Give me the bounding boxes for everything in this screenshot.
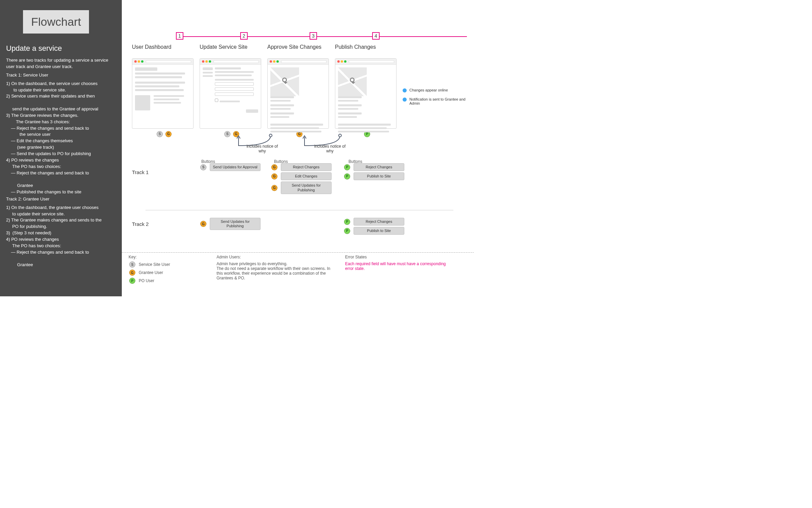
min-dot-icon — [138, 60, 140, 63]
min-dot-icon — [205, 60, 208, 63]
step-timeline: 1 2 3 4 — [142, 32, 474, 40]
track-divider — [145, 210, 453, 210]
key-title: Key: — [129, 255, 203, 259]
browser-mock-2 — [200, 58, 261, 129]
footer: Key: S Service Site User G Grantee User … — [129, 255, 467, 286]
send-updates-publishing-button[interactable]: Send Updates for Publishing — [210, 218, 261, 230]
key-label-s: Service Site User — [139, 262, 170, 267]
role-p-icon: P — [129, 278, 135, 284]
error-text: Each required field will have must have … — [345, 261, 447, 271]
step-4: 4 — [372, 32, 380, 40]
page-heading: Update a service — [6, 43, 116, 54]
legend-text-2: Notification is sent to Grantee and Admi… — [409, 97, 467, 105]
admin-text: Admin have privileges to do everything. … — [217, 261, 332, 280]
reject-changes-button[interactable]: Reject Changes — [354, 218, 404, 226]
legend-dot-icon — [403, 88, 407, 92]
role-p-icon: P — [344, 228, 350, 234]
map-thumbnail — [338, 67, 367, 96]
col-2: Update Service Site — [200, 44, 264, 137]
close-dot-icon — [134, 60, 137, 63]
publish-to-site-button[interactable]: Publish to Site — [354, 172, 404, 180]
roles-col-2: S G — [200, 131, 264, 137]
browser-mock-1 — [132, 58, 194, 129]
address-bar — [146, 60, 191, 63]
track2-row-label: Track 2 — [132, 221, 149, 227]
address-bar — [349, 60, 394, 63]
role-g-icon: G — [271, 164, 277, 170]
track-2-area: Track 2 G Send Updates for Publishing P … — [132, 215, 467, 256]
step-1: 1 — [176, 32, 183, 40]
role-p-icon: P — [344, 219, 350, 225]
key-label-p: PO User — [139, 278, 154, 283]
track2-steps: 1) On the dashboard, the grantee user ch… — [6, 205, 116, 268]
mini-legend: Changes appear online Notification is se… — [403, 88, 467, 110]
close-dot-icon — [202, 60, 204, 63]
buttons-area: Buttons Buttons Buttons Track 1 S Send U… — [132, 159, 467, 200]
reject-changes-button[interactable]: Reject Changes — [354, 163, 404, 171]
step-2: 2 — [240, 32, 248, 40]
col-3-title: Approve Site Changes — [267, 44, 332, 52]
browser-chrome — [335, 59, 396, 65]
legend-dot-icon — [403, 98, 407, 102]
role-s-icon: S — [224, 131, 230, 137]
map-thumbnail — [270, 67, 299, 96]
sidebar: Flowchart Update a service There are two… — [0, 0, 122, 296]
col-1-title: User Dashboard — [132, 44, 196, 52]
map-pin-icon — [282, 78, 287, 82]
track1-steps: 1) On the dashboard, the service user ch… — [6, 81, 116, 195]
browser-columns: User Dashboard — [132, 44, 399, 137]
key-label-g: Grantee User — [139, 270, 163, 275]
edit-changes-button[interactable]: Edit Changes — [281, 172, 332, 180]
track1-label: Track 1: Service User — [6, 72, 116, 79]
min-dot-icon — [273, 60, 275, 63]
role-g-icon: G — [165, 131, 172, 137]
legend-text-1: Changes appear online — [409, 88, 448, 92]
role-s-icon: S — [157, 131, 163, 137]
role-g-icon: G — [129, 270, 135, 276]
col-4-title: Publish Changes — [335, 44, 399, 52]
track-1-row: Track 1 S Send Updates for Approval G Re… — [132, 159, 467, 200]
main-canvas: 1 2 3 4 User Dashboard — [122, 0, 474, 296]
close-dot-icon — [270, 60, 272, 63]
address-bar — [213, 60, 259, 63]
t1-c4-item: P Reject Changes — [343, 163, 404, 171]
admin-section: Admin Users: Admin have privileges to do… — [217, 255, 332, 286]
browser-mock-3 — [267, 58, 329, 129]
roles-col-1: S G — [132, 131, 196, 137]
role-g-icon: G — [271, 185, 277, 191]
reject-changes-button[interactable]: Reject Changes — [281, 163, 332, 171]
t2-c2-item: G Send Updates for Publishing — [200, 218, 261, 230]
role-g-icon: G — [200, 221, 206, 227]
track2-label: Track 2: Grantee User — [6, 196, 116, 203]
send-updates-approval-button[interactable]: Send Updates for Approval — [210, 163, 261, 171]
t1-c4-item: P Publish to Site — [343, 172, 404, 180]
address-bar — [281, 60, 326, 63]
role-g-icon: G — [271, 173, 277, 179]
publish-to-site-button[interactable]: Publish to Site — [354, 227, 404, 235]
track1-row-label: Track 1 — [132, 169, 149, 175]
notice-annotation-2: includes notice of why — [311, 144, 348, 153]
max-dot-icon — [276, 60, 279, 63]
key-row-p: P PO User — [129, 278, 203, 284]
track-2-row: Track 2 G Send Updates for Publishing P … — [132, 215, 467, 256]
col-3: Approve Site Changes — [267, 44, 332, 137]
t2-c4-item: P Publish to Site — [343, 227, 404, 235]
footer-divider — [122, 252, 474, 253]
admin-title: Admin Users: — [217, 255, 332, 259]
t1-c3-item: G Send Updates for Publishing — [271, 182, 332, 194]
key-row-g: G Grantee User — [129, 270, 203, 276]
browser-mock-4 — [335, 58, 397, 129]
role-p-icon: P — [344, 164, 350, 170]
error-title: Error States — [345, 255, 447, 259]
close-dot-icon — [337, 60, 340, 63]
flowchart-title: Flowchart — [23, 10, 89, 34]
timeline-line — [179, 36, 467, 37]
role-s-icon: S — [129, 261, 135, 268]
t2-c4-item: P Reject Changes — [343, 218, 404, 226]
max-dot-icon — [209, 60, 211, 63]
t1-c2-item: S Send Updates for Approval — [200, 163, 261, 171]
map-pin-icon — [350, 78, 355, 82]
send-updates-publishing-button[interactable]: Send Updates for Publishing — [281, 182, 332, 194]
step-3: 3 — [310, 32, 317, 40]
role-s-icon: S — [200, 164, 206, 170]
